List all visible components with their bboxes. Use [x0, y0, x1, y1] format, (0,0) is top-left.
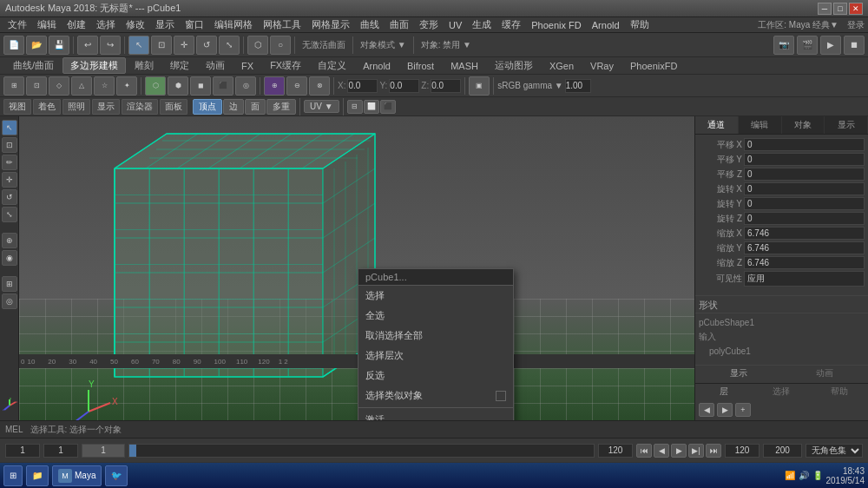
- camera-btn[interactable]: ◎: [2, 293, 17, 309]
- tz-val[interactable]: 0: [744, 168, 865, 181]
- explorer-taskbtn[interactable]: 📁: [26, 465, 49, 486]
- sculpt-btn[interactable]: ◉: [2, 250, 17, 266]
- snap1-btn[interactable]: ⊞: [3, 76, 24, 96]
- color-set-select[interactable]: 无角色集: [806, 444, 863, 458]
- layer-tab[interactable]: 层: [695, 384, 753, 399]
- small-lighting-btn[interactable]: 照明: [62, 99, 90, 115]
- srgb-label[interactable]: sRGB gamma ▼: [497, 81, 562, 90]
- frame-end-input[interactable]: [598, 444, 633, 458]
- anim-tab[interactable]: 动画: [782, 366, 869, 381]
- coord-y-input[interactable]: [389, 79, 419, 93]
- wire-btn[interactable]: ⊟: [347, 100, 363, 114]
- mode-animation[interactable]: 动画: [198, 57, 233, 74]
- move-tool-btn[interactable]: ✛: [2, 172, 17, 188]
- solid-btn[interactable]: ⬜: [364, 100, 379, 114]
- menu-modify[interactable]: 修改: [122, 17, 149, 32]
- p2-btn[interactable]: ⬢: [168, 76, 188, 96]
- p1-btn[interactable]: ⬡: [145, 76, 166, 96]
- rp-tab-edit[interactable]: 编辑: [739, 116, 782, 134]
- mode-fxcache[interactable]: FX缓存: [262, 57, 309, 74]
- sy-val[interactable]: 6.746: [744, 241, 865, 254]
- rotate-btn[interactable]: ↺: [196, 36, 217, 55]
- c3-btn[interactable]: ⊗: [309, 76, 330, 96]
- similar-checkbox[interactable]: [496, 391, 506, 401]
- maximize-button[interactable]: □: [833, 3, 847, 15]
- layer-prev-btn[interactable]: ◀: [699, 403, 714, 417]
- play-fwd-btn[interactable]: ▶: [671, 444, 687, 458]
- uv-mode-btn[interactable]: UV ▼: [304, 100, 339, 113]
- sz-val[interactable]: 6.746: [744, 256, 865, 269]
- stop-btn[interactable]: ⏹: [844, 36, 865, 55]
- gamma-input[interactable]: [565, 79, 591, 93]
- mode-mash[interactable]: MASH: [443, 59, 486, 73]
- menu-editmesh[interactable]: 编辑网格: [210, 17, 257, 32]
- menu-surfaces[interactable]: 曲面: [385, 17, 413, 32]
- multi-mode-btn[interactable]: 多重: [266, 99, 296, 115]
- snap3-btn[interactable]: ◇: [49, 76, 69, 96]
- frame-200-input[interactable]: [763, 444, 802, 458]
- ry-val[interactable]: 0: [744, 197, 865, 210]
- mode-curvesurface[interactable]: 曲线/曲面: [5, 57, 62, 74]
- timeline[interactable]: [128, 444, 595, 458]
- cx-btn[interactable]: ⊕: [264, 76, 285, 96]
- rz-val[interactable]: 0: [744, 212, 865, 225]
- step-back-btn[interactable]: ◀: [654, 444, 669, 458]
- vertex-mode-btn[interactable]: 顶点: [193, 99, 222, 115]
- scale-tool-btn[interactable]: ⤡: [2, 207, 17, 222]
- undo-btn[interactable]: ↩: [77, 36, 98, 55]
- p4-btn[interactable]: ⬛: [213, 76, 233, 96]
- close-button[interactable]: ✕: [849, 3, 863, 15]
- mode-vray[interactable]: VRay: [582, 59, 621, 73]
- p5-btn[interactable]: ◎: [235, 76, 256, 96]
- minimize-button[interactable]: ─: [818, 3, 832, 15]
- menu-arnold[interactable]: Arnold: [588, 19, 624, 31]
- snap-to-btn[interactable]: ⊞: [2, 276, 17, 292]
- edge-mode-btn[interactable]: 边: [223, 99, 244, 115]
- frame-field[interactable]: 1: [82, 444, 125, 458]
- menu-window[interactable]: 窗口: [181, 17, 208, 32]
- scale-btn[interactable]: ⤡: [219, 36, 240, 55]
- play-back-btn[interactable]: ⏮: [636, 444, 652, 458]
- mode-motiongraph[interactable]: 运动图形: [487, 57, 541, 74]
- small-renderer-btn[interactable]: 渲染器: [122, 99, 158, 115]
- sel-region-btn[interactable]: ▣: [469, 76, 490, 96]
- ctx-select[interactable]: 选择: [358, 286, 513, 306]
- coord-z-input[interactable]: [431, 79, 461, 93]
- poly-btn[interactable]: ⬡: [247, 36, 268, 55]
- ctx-deselect[interactable]: 取消选择全部: [358, 326, 513, 346]
- ctx-similar[interactable]: 选择类似对象: [358, 386, 513, 406]
- ty-val[interactable]: 0: [744, 153, 865, 166]
- display-tab[interactable]: 显示: [695, 366, 782, 381]
- select-tool-btn[interactable]: ↖: [128, 36, 149, 55]
- rp-tab-display[interactable]: 显示: [825, 116, 868, 134]
- mode-fx[interactable]: FX: [233, 59, 261, 73]
- nurbs-btn[interactable]: ○: [270, 36, 291, 55]
- menu-uv[interactable]: UV: [444, 19, 466, 31]
- select-tab[interactable]: 选择: [753, 384, 810, 399]
- small-show-btn[interactable]: 显示: [92, 99, 120, 115]
- menu-cache[interactable]: 缓存: [497, 17, 525, 32]
- help-tab[interactable]: 帮助: [811, 384, 868, 399]
- menu-display[interactable]: 显示: [151, 17, 179, 32]
- menu-meshtool[interactable]: 网格工具: [259, 17, 306, 32]
- menu-phoenix[interactable]: Phoenix FD: [527, 19, 585, 31]
- step-fwd-btn[interactable]: ▶|: [688, 444, 704, 458]
- lasso-btn[interactable]: ⊡: [151, 36, 172, 55]
- small-shading-btn[interactable]: 着色: [33, 99, 61, 115]
- snap2-btn[interactable]: ⊡: [26, 76, 47, 96]
- rp-tab-channel[interactable]: 通道: [695, 116, 739, 134]
- save-file-btn[interactable]: 💾: [49, 36, 69, 55]
- rotate-tool-btn[interactable]: ↺: [2, 189, 17, 205]
- p3-btn[interactable]: ◼: [190, 76, 211, 96]
- ctx-selectall[interactable]: 全选: [358, 306, 513, 326]
- frame-current-input[interactable]: [43, 444, 78, 458]
- mode-bifrost[interactable]: Bifrost: [399, 59, 442, 73]
- lasso-tool-btn[interactable]: ⊡: [2, 137, 17, 153]
- tx-val[interactable]: 0: [744, 138, 865, 151]
- coord-x-input[interactable]: [347, 79, 378, 93]
- mode-phoenixfd[interactable]: PhoenixFD: [622, 59, 685, 73]
- menu-create[interactable]: 创建: [62, 17, 90, 32]
- ctx-invert[interactable]: 反选: [358, 366, 513, 386]
- render-btn[interactable]: 对象: 禁用 ▼: [418, 39, 475, 51]
- rx-val[interactable]: 0: [744, 182, 865, 195]
